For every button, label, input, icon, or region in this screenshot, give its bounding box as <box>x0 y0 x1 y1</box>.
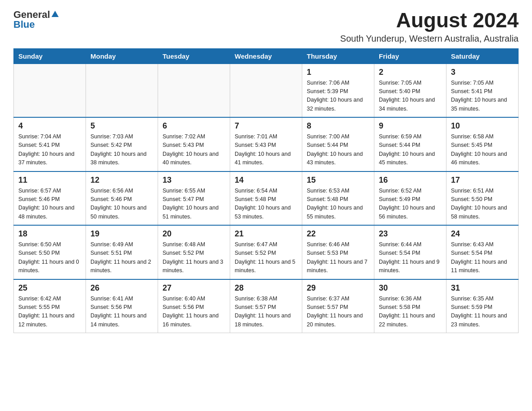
sun-info: Sunrise: 7:05 AMSunset: 5:40 PMDaylight:… <box>379 79 442 114</box>
sun-info: Sunrise: 6:48 AMSunset: 5:52 PMDaylight:… <box>163 240 225 275</box>
day-number: 27 <box>163 283 225 293</box>
location-text: South Yunderup, Western Australia, Austr… <box>340 34 519 44</box>
sun-info: Sunrise: 6:43 AMSunset: 5:54 PMDaylight:… <box>451 240 514 275</box>
table-row: 21Sunrise: 6:47 AMSunset: 5:52 PMDayligh… <box>230 225 302 279</box>
day-number: 18 <box>18 229 81 239</box>
calendar-table: Sunday Monday Tuesday Wednesday Thursday… <box>13 48 519 334</box>
sun-info: Sunrise: 7:00 AMSunset: 5:44 PMDaylight:… <box>307 133 369 167</box>
day-number: 1 <box>307 68 369 77</box>
sun-info: Sunrise: 6:47 AMSunset: 5:52 PMDaylight:… <box>235 240 297 275</box>
table-row: 12Sunrise: 6:56 AMSunset: 5:46 PMDayligh… <box>86 171 158 226</box>
day-number: 21 <box>235 229 297 239</box>
title-block: August 2024 South Yunderup, Western Aust… <box>340 9 519 44</box>
calendar-week-row: 25Sunrise: 6:42 AMSunset: 5:55 PMDayligh… <box>14 279 519 333</box>
calendar-week-row: 1Sunrise: 7:06 AMSunset: 5:39 PMDaylight… <box>14 64 519 117</box>
sun-info: Sunrise: 6:40 AMSunset: 5:56 PMDaylight:… <box>163 295 225 330</box>
sun-info: Sunrise: 7:04 AMSunset: 5:41 PMDaylight:… <box>18 133 81 167</box>
sun-info: Sunrise: 6:50 AMSunset: 5:50 PMDaylight:… <box>18 240 81 275</box>
sun-info: Sunrise: 7:02 AMSunset: 5:43 PMDaylight:… <box>163 133 225 167</box>
sun-info: Sunrise: 6:44 AMSunset: 5:54 PMDaylight:… <box>379 240 442 275</box>
sun-info: Sunrise: 6:38 AMSunset: 5:57 PMDaylight:… <box>235 295 297 330</box>
day-number: 17 <box>451 176 514 185</box>
day-number: 26 <box>90 283 153 293</box>
table-row: 3Sunrise: 7:05 AMSunset: 5:41 PMDaylight… <box>446 64 519 117</box>
sun-info: Sunrise: 7:01 AMSunset: 5:43 PMDaylight:… <box>235 133 297 167</box>
table-row <box>158 64 230 117</box>
col-sunday: Sunday <box>14 48 86 64</box>
day-number: 25 <box>18 283 81 293</box>
sun-info: Sunrise: 6:42 AMSunset: 5:55 PMDaylight:… <box>18 295 81 330</box>
table-row: 31Sunrise: 6:35 AMSunset: 5:59 PMDayligh… <box>446 279 519 333</box>
page-header: General Blue August 2024 South Yunderup,… <box>13 9 519 44</box>
table-row: 4Sunrise: 7:04 AMSunset: 5:41 PMDaylight… <box>14 117 86 171</box>
table-row: 24Sunrise: 6:43 AMSunset: 5:54 PMDayligh… <box>446 225 519 279</box>
table-row: 6Sunrise: 7:02 AMSunset: 5:43 PMDaylight… <box>158 117 230 171</box>
table-row: 26Sunrise: 6:41 AMSunset: 5:56 PMDayligh… <box>86 279 158 333</box>
sun-info: Sunrise: 6:56 AMSunset: 5:46 PMDaylight:… <box>90 187 153 222</box>
calendar-week-row: 18Sunrise: 6:50 AMSunset: 5:50 PMDayligh… <box>14 225 519 279</box>
table-row: 14Sunrise: 6:54 AMSunset: 5:48 PMDayligh… <box>230 171 302 226</box>
table-row: 9Sunrise: 6:59 AMSunset: 5:44 PMDaylight… <box>374 117 446 171</box>
sun-info: Sunrise: 6:58 AMSunset: 5:45 PMDaylight:… <box>451 133 514 167</box>
day-number: 12 <box>90 176 153 185</box>
sun-info: Sunrise: 6:46 AMSunset: 5:53 PMDaylight:… <box>307 240 369 275</box>
col-friday: Friday <box>374 48 446 64</box>
col-thursday: Thursday <box>302 48 374 64</box>
calendar-week-row: 4Sunrise: 7:04 AMSunset: 5:41 PMDaylight… <box>14 117 519 171</box>
day-number: 28 <box>235 283 297 293</box>
day-number: 24 <box>451 229 514 239</box>
day-number: 11 <box>18 176 81 185</box>
sun-info: Sunrise: 6:41 AMSunset: 5:56 PMDaylight:… <box>90 295 153 330</box>
table-row: 27Sunrise: 6:40 AMSunset: 5:56 PMDayligh… <box>158 279 230 333</box>
col-wednesday: Wednesday <box>230 48 302 64</box>
table-row: 8Sunrise: 7:00 AMSunset: 5:44 PMDaylight… <box>302 117 374 171</box>
sun-info: Sunrise: 6:52 AMSunset: 5:49 PMDaylight:… <box>379 187 442 222</box>
sun-info: Sunrise: 6:57 AMSunset: 5:46 PMDaylight:… <box>18 187 81 222</box>
col-monday: Monday <box>86 48 158 64</box>
day-number: 14 <box>235 176 297 185</box>
table-row: 15Sunrise: 6:53 AMSunset: 5:48 PMDayligh… <box>302 171 374 226</box>
day-number: 2 <box>379 68 442 77</box>
day-number: 15 <box>307 176 369 185</box>
sun-info: Sunrise: 6:37 AMSunset: 5:57 PMDaylight:… <box>307 295 369 330</box>
day-number: 9 <box>379 121 442 131</box>
table-row: 20Sunrise: 6:48 AMSunset: 5:52 PMDayligh… <box>158 225 230 279</box>
sun-info: Sunrise: 6:51 AMSunset: 5:50 PMDaylight:… <box>451 187 514 222</box>
table-row: 1Sunrise: 7:06 AMSunset: 5:39 PMDaylight… <box>302 64 374 117</box>
day-number: 22 <box>307 229 369 239</box>
table-row <box>86 64 158 117</box>
sun-info: Sunrise: 6:36 AMSunset: 5:58 PMDaylight:… <box>379 295 442 330</box>
sun-info: Sunrise: 6:59 AMSunset: 5:44 PMDaylight:… <box>379 133 442 167</box>
table-row: 23Sunrise: 6:44 AMSunset: 5:54 PMDayligh… <box>374 225 446 279</box>
day-number: 19 <box>90 229 153 239</box>
sun-info: Sunrise: 6:54 AMSunset: 5:48 PMDaylight:… <box>235 187 297 222</box>
month-year-heading: August 2024 <box>340 9 519 32</box>
day-number: 3 <box>451 68 514 77</box>
calendar-week-row: 11Sunrise: 6:57 AMSunset: 5:46 PMDayligh… <box>14 171 519 226</box>
col-saturday: Saturday <box>446 48 519 64</box>
day-number: 13 <box>163 176 225 185</box>
table-row <box>230 64 302 117</box>
sun-info: Sunrise: 7:06 AMSunset: 5:39 PMDaylight:… <box>307 79 369 114</box>
table-row: 5Sunrise: 7:03 AMSunset: 5:42 PMDaylight… <box>86 117 158 171</box>
logo-blue-text: Blue <box>13 19 35 30</box>
day-number: 5 <box>90 121 153 131</box>
day-number: 8 <box>307 121 369 131</box>
table-row: 17Sunrise: 6:51 AMSunset: 5:50 PMDayligh… <box>446 171 519 226</box>
day-number: 31 <box>451 283 514 293</box>
day-number: 30 <box>379 283 442 293</box>
svg-marker-0 <box>51 11 59 17</box>
table-row: 22Sunrise: 6:46 AMSunset: 5:53 PMDayligh… <box>302 225 374 279</box>
table-row: 30Sunrise: 6:36 AMSunset: 5:58 PMDayligh… <box>374 279 446 333</box>
day-number: 29 <box>307 283 369 293</box>
table-row: 19Sunrise: 6:49 AMSunset: 5:51 PMDayligh… <box>86 225 158 279</box>
calendar-header-row: Sunday Monday Tuesday Wednesday Thursday… <box>14 48 519 64</box>
sun-info: Sunrise: 6:35 AMSunset: 5:59 PMDaylight:… <box>451 295 514 330</box>
day-number: 23 <box>379 229 442 239</box>
sun-info: Sunrise: 6:55 AMSunset: 5:47 PMDaylight:… <box>163 187 225 222</box>
day-number: 16 <box>379 176 442 185</box>
table-row: 16Sunrise: 6:52 AMSunset: 5:49 PMDayligh… <box>374 171 446 226</box>
table-row: 2Sunrise: 7:05 AMSunset: 5:40 PMDaylight… <box>374 64 446 117</box>
table-row <box>14 64 86 117</box>
sun-info: Sunrise: 6:53 AMSunset: 5:48 PMDaylight:… <box>307 187 369 222</box>
